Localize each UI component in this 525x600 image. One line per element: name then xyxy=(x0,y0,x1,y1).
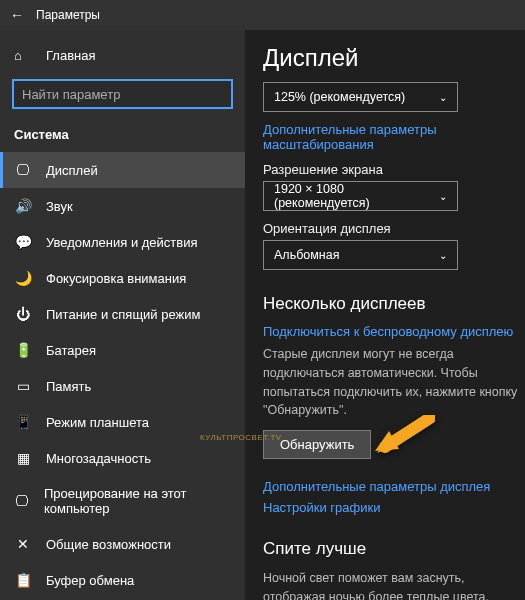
sidebar-item-2[interactable]: 💬Уведомления и действия xyxy=(0,224,245,260)
graphics-settings-link[interactable]: Настройки графики xyxy=(263,500,525,515)
sleep-better-heading: Спите лучше xyxy=(263,539,525,559)
nav-label: Память xyxy=(46,379,91,394)
nav-icon: 🔊 xyxy=(14,198,32,214)
nav-label: Питание и спящий режим xyxy=(46,307,200,322)
advanced-scaling-link[interactable]: Дополнительные параметры масштабирования xyxy=(263,122,525,152)
home-label: Главная xyxy=(46,48,95,63)
orientation-dropdown[interactable]: Альбомная ⌄ xyxy=(263,240,458,270)
main-panel: Дисплей 125% (рекомендуется) ⌄ Дополните… xyxy=(245,30,525,600)
resolution-dropdown[interactable]: 1920 × 1080 (рекомендуется) ⌄ xyxy=(263,181,458,211)
sidebar-item-7[interactable]: 📱Режим планшета xyxy=(0,404,245,440)
orientation-label: Ориентация дисплея xyxy=(263,221,525,236)
sidebar-item-3[interactable]: 🌙Фокусировка внимания xyxy=(0,260,245,296)
nav-label: Батарея xyxy=(46,343,96,358)
home-button[interactable]: ⌂ Главная xyxy=(0,40,245,71)
nav-icon: ▦ xyxy=(14,450,32,466)
window-title: Параметры xyxy=(36,8,100,22)
page-title: Дисплей xyxy=(263,44,525,72)
back-button[interactable]: ← xyxy=(8,7,26,23)
sidebar-item-6[interactable]: ▭Память xyxy=(0,368,245,404)
chevron-down-icon: ⌄ xyxy=(439,250,447,261)
sidebar-item-4[interactable]: ⏻Питание и спящий режим xyxy=(0,296,245,332)
svg-marker-0 xyxy=(377,437,397,453)
annotation-arrow xyxy=(375,415,435,466)
nav-label: Дисплей xyxy=(46,163,98,178)
nav-label: Режим планшета xyxy=(46,415,149,430)
sidebar-item-0[interactable]: 🖵Дисплей xyxy=(0,152,245,188)
nav-label: Общие возможности xyxy=(46,537,171,552)
search-input[interactable] xyxy=(12,79,233,109)
nav-icon: 🌙 xyxy=(14,270,32,286)
chevron-down-icon: ⌄ xyxy=(439,92,447,103)
nav-icon: ▭ xyxy=(14,378,32,394)
nav-icon: 🔋 xyxy=(14,342,32,358)
group-header: Система xyxy=(0,121,245,152)
sidebar-item-9[interactable]: 🖵Проецирование на этот компьютер xyxy=(0,476,245,526)
nav-label: Уведомления и действия xyxy=(46,235,198,250)
nav-icon: 🖵 xyxy=(14,162,32,178)
sidebar-item-1[interactable]: 🔊Звук xyxy=(0,188,245,224)
sleep-better-text: Ночной свет поможет вам заснуть, отображ… xyxy=(263,569,525,600)
nav-icon: 💬 xyxy=(14,234,32,250)
orientation-value: Альбомная xyxy=(274,248,339,262)
sidebar-item-5[interactable]: 🔋Батарея xyxy=(0,332,245,368)
resolution-value: 1920 × 1080 (рекомендуется) xyxy=(274,182,439,210)
detect-button[interactable]: Обнаружить xyxy=(263,430,371,459)
nav-label: Фокусировка внимания xyxy=(46,271,186,286)
sidebar-item-11[interactable]: 📋Буфер обмена xyxy=(0,562,245,598)
nav-icon: 🖵 xyxy=(14,493,30,509)
chevron-down-icon: ⌄ xyxy=(439,191,447,202)
scale-value: 125% (рекомендуется) xyxy=(274,90,405,104)
nav-label: Многозадачность xyxy=(46,451,151,466)
multiple-displays-heading: Несколько дисплеев xyxy=(263,294,525,314)
nav-icon: 📋 xyxy=(14,572,32,588)
nav-label: Буфер обмена xyxy=(46,573,134,588)
nav-label: Проецирование на этот компьютер xyxy=(44,486,231,516)
nav-icon: 📱 xyxy=(14,414,32,430)
sidebar-item-8[interactable]: ▦Многозадачность xyxy=(0,440,245,476)
nav-icon: ✕ xyxy=(14,536,32,552)
legacy-displays-text: Старые дисплеи могут не всегда подключат… xyxy=(263,345,525,420)
home-icon: ⌂ xyxy=(14,48,32,63)
svg-marker-1 xyxy=(375,431,399,451)
nav-icon: ⏻ xyxy=(14,306,32,322)
scale-dropdown[interactable]: 125% (рекомендуется) ⌄ xyxy=(263,82,458,112)
advanced-display-link[interactable]: Дополнительные параметры дисплея xyxy=(263,479,525,494)
sidebar: ⌂ Главная Система 🖵Дисплей🔊Звук💬Уведомле… xyxy=(0,30,245,600)
sidebar-item-10[interactable]: ✕Общие возможности xyxy=(0,526,245,562)
nav-label: Звук xyxy=(46,199,73,214)
resolution-label: Разрешение экрана xyxy=(263,162,525,177)
wireless-display-link[interactable]: Подключиться к беспроводному дисплею xyxy=(263,324,525,339)
